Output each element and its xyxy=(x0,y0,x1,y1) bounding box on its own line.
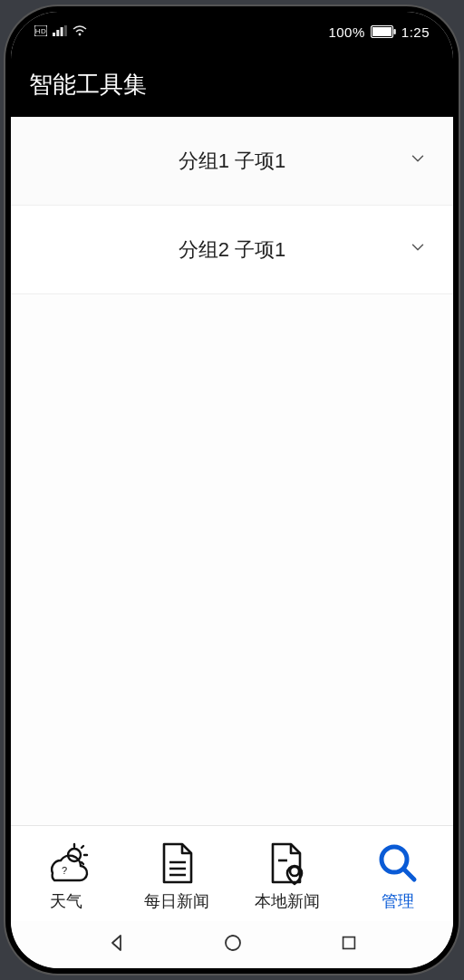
phone-screen: HD 100% 1:25 智能工具集 xyxy=(11,12,453,968)
svg-line-14 xyxy=(82,862,83,864)
system-nav xyxy=(11,921,453,968)
tab-weather[interactable]: ? 天气 xyxy=(11,840,121,912)
local-news-icon xyxy=(267,840,307,887)
svg-point-23 xyxy=(226,936,240,950)
hd-icon: HD xyxy=(34,25,47,39)
status-left: HD xyxy=(34,25,87,39)
chevron-down-icon xyxy=(408,237,428,263)
status-bar: HD 100% 1:25 xyxy=(11,12,453,52)
svg-text:?: ? xyxy=(62,865,67,876)
group-row[interactable]: 分组1 子项1 xyxy=(11,117,453,206)
svg-rect-8 xyxy=(372,27,392,36)
group-label: 分组2 子项1 xyxy=(179,236,286,264)
phone-frame: HD 100% 1:25 智能工具集 xyxy=(5,6,459,974)
group-row[interactable]: 分组2 子项1 xyxy=(11,206,453,294)
tab-manage[interactable]: 管理 xyxy=(343,840,453,912)
battery-percent: 100% xyxy=(328,24,364,40)
bottom-nav: ? 天气 xyxy=(11,825,453,921)
wifi-icon xyxy=(72,25,87,39)
group-label: 分组1 子项1 xyxy=(179,148,286,175)
clock: 1:25 xyxy=(401,24,430,40)
news-icon xyxy=(157,840,197,887)
page-title: 智能工具集 xyxy=(29,69,147,101)
chevron-down-icon xyxy=(408,149,428,174)
status-right: 100% 1:25 xyxy=(328,24,430,40)
svg-rect-3 xyxy=(56,30,59,36)
svg-rect-9 xyxy=(393,29,395,34)
svg-rect-24 xyxy=(343,937,354,949)
home-icon[interactable] xyxy=(222,932,244,957)
svg-text:HD: HD xyxy=(35,27,47,35)
svg-point-20 xyxy=(290,867,299,876)
svg-line-22 xyxy=(404,870,414,879)
signal-icon xyxy=(53,25,67,39)
tab-label: 天气 xyxy=(50,890,82,912)
app-bar: 智能工具集 xyxy=(11,52,453,117)
svg-rect-5 xyxy=(64,25,67,36)
battery-icon xyxy=(371,25,396,38)
svg-rect-4 xyxy=(61,27,63,36)
tab-label: 本地新闻 xyxy=(255,890,320,912)
back-icon[interactable] xyxy=(106,932,128,957)
tab-daily-news[interactable]: 每日新闻 xyxy=(121,840,232,912)
content-area: 分组1 子项1 分组2 子项1 xyxy=(11,117,453,825)
manage-icon xyxy=(376,840,420,887)
svg-point-6 xyxy=(79,33,82,35)
svg-line-13 xyxy=(82,846,83,848)
weather-icon: ? xyxy=(42,840,91,887)
tab-label: 管理 xyxy=(382,890,414,912)
svg-rect-2 xyxy=(53,33,55,36)
recent-icon[interactable] xyxy=(339,933,359,956)
tab-label: 每日新闻 xyxy=(144,890,209,912)
tab-local-news[interactable]: 本地新闻 xyxy=(232,840,343,912)
